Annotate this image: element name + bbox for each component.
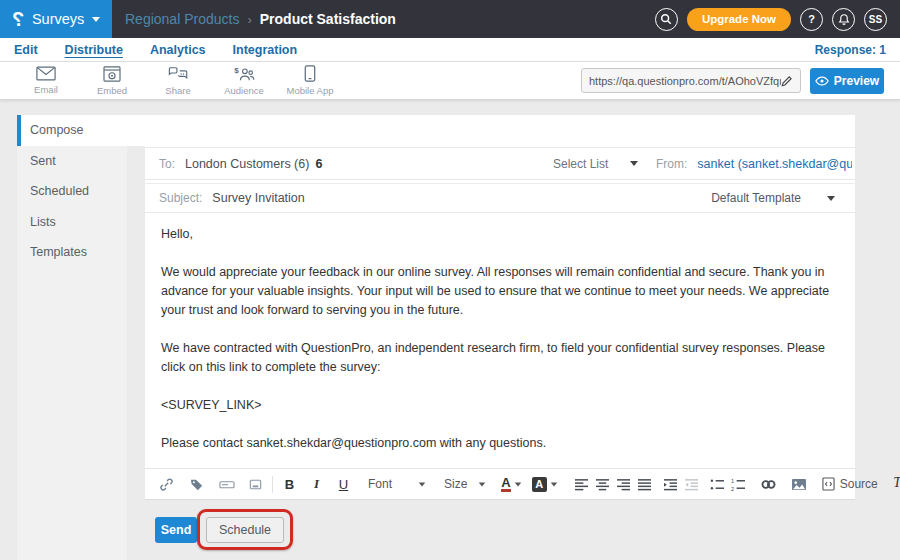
svg-text:2: 2 <box>731 485 734 490</box>
user-avatar[interactable]: SS <box>864 8 887 31</box>
channel-share[interactable]: Share <box>145 64 211 98</box>
source-button[interactable]: Source <box>819 477 881 491</box>
insert-image-icon[interactable] <box>788 472 810 496</box>
align-justify-icon[interactable] <box>634 472 655 496</box>
eye-icon <box>815 76 829 86</box>
recipient-count: 6 <box>315 157 322 171</box>
survey-url: https://qa.questionpro.com/t/AOhoVZfqml <box>589 75 781 87</box>
hyperlink-icon[interactable] <box>757 472 780 496</box>
background-color-button[interactable]: A <box>529 472 561 496</box>
breadcrumb-parent[interactable]: Regional Products <box>125 11 239 27</box>
sidebar-item-label: Scheduled <box>30 184 89 198</box>
survey-url-field[interactable]: https://qa.questionpro.com/t/AOhoVZfqml <box>581 68 801 93</box>
sidebar-item-label: Sent <box>30 154 56 168</box>
indent-decrease-icon <box>681 472 702 496</box>
subject-label: Subject: <box>159 191 202 205</box>
channel-embed[interactable]: Embed <box>79 64 145 98</box>
bell-icon <box>838 13 850 26</box>
channel-label: Email <box>34 84 58 95</box>
channel-mobile-app[interactable]: Mobile App <box>277 64 343 98</box>
align-left-icon[interactable] <box>571 472 592 496</box>
email-body-editor[interactable]: Hello, We would appreciate your feedback… <box>145 213 855 491</box>
template-dropdown[interactable]: Default Template <box>711 191 841 205</box>
indent-increase-icon[interactable] <box>660 472 681 496</box>
sidebar-item-templates[interactable]: Templates <box>17 237 127 268</box>
text-color-glyph: A <box>501 476 510 492</box>
edit-url-button[interactable] <box>781 75 793 87</box>
sidebar-item-compose[interactable]: Compose <box>17 115 127 146</box>
font-size-dropdown[interactable]: Size <box>440 477 490 491</box>
svg-text:1: 1 <box>731 478 734 484</box>
tag-icon[interactable] <box>186 472 207 496</box>
clear-format-glyph: T <box>893 475 900 490</box>
preview-button[interactable]: Preview <box>810 68 884 94</box>
from-label: From: <box>656 157 687 171</box>
text-field-icon[interactable] <box>216 472 238 496</box>
sidebar-item-label: Compose <box>30 123 84 137</box>
breadcrumb-current: Product Satisfaction <box>260 11 396 27</box>
body-paragraph: Please contact sanket.shekdar@questionpr… <box>161 434 841 453</box>
source-label: Source <box>840 477 878 491</box>
question-icon: ? <box>808 13 815 25</box>
sidebar-item-scheduled[interactable]: Scheduled <box>17 176 127 207</box>
preview-label: Preview <box>834 74 879 88</box>
select-list-label: Select List <box>553 157 608 171</box>
bold-button[interactable]: B <box>279 472 300 496</box>
sidebar-item-label: Lists <box>30 215 56 229</box>
text-color-button[interactable]: A <box>498 472 524 496</box>
chevron-down-icon <box>827 196 835 201</box>
subject-input[interactable]: Survey Invitation <box>212 191 304 205</box>
sidebar-item-sent[interactable]: Sent <box>17 146 127 177</box>
questionpro-logo-icon: ? <box>12 9 24 29</box>
mobile-phone-icon <box>304 65 316 82</box>
align-center-icon[interactable] <box>592 472 613 496</box>
upgrade-now-button[interactable]: Upgrade Now <box>687 8 791 31</box>
chevron-down-icon <box>515 482 521 486</box>
numbered-list-icon[interactable]: 12 <box>728 472 749 496</box>
channel-label: Share <box>165 85 190 96</box>
underline-button[interactable]: U <box>333 472 354 496</box>
button-field-icon[interactable] <box>245 472 266 496</box>
to-recipient-list[interactable]: London Customers (6) <box>185 157 309 171</box>
remove-format-button[interactable]: Tx <box>889 472 900 496</box>
chevron-down-icon <box>479 482 485 486</box>
tab-distribute[interactable]: Distribute <box>65 43 123 57</box>
body-paragraph: Hello, <box>161 225 841 244</box>
subject-row: Subject: Survey Invitation Default Templ… <box>145 183 855 213</box>
surveys-menu[interactable]: ? Surveys <box>0 0 112 38</box>
to-label: To: <box>159 157 175 171</box>
channel-email[interactable]: Email <box>13 64 79 98</box>
channel-audience[interactable]: $ Audience <box>211 64 277 98</box>
sidebar-item-lists[interactable]: Lists <box>17 207 127 238</box>
share-icon <box>168 66 188 82</box>
schedule-button[interactable]: Schedule <box>206 517 284 543</box>
tab-integration[interactable]: Integration <box>233 43 298 57</box>
select-list-dropdown[interactable]: Select List <box>553 157 638 171</box>
survey-nav: Edit Distribute Analytics Integration Re… <box>0 38 900 62</box>
tab-edit[interactable]: Edit <box>14 43 38 57</box>
distribute-toolbar: Email Embed Share $ Audience Mobile App … <box>0 62 900 100</box>
source-doc-icon <box>822 477 835 491</box>
insert-link-icon[interactable] <box>156 472 177 496</box>
font-family-dropdown[interactable]: Font <box>364 477 430 491</box>
compose-panel: To: London Customers (6) 6 Select List F… <box>145 115 855 500</box>
bg-color-glyph: A <box>532 477 547 492</box>
tab-analytics[interactable]: Analytics <box>150 43 206 57</box>
search-button[interactable] <box>655 8 678 31</box>
avatar-initials: SS <box>869 14 882 25</box>
from-sender-dropdown[interactable]: sanket (sanket.shekdar@ques... <box>697 157 852 171</box>
distribute-sidebar: Compose Sent Scheduled Lists Templates <box>17 115 127 560</box>
top-header: ? Surveys Regional Products › Product Sa… <box>0 0 900 38</box>
toolbar-divider <box>272 476 273 493</box>
bullet-list-icon[interactable] <box>707 472 728 496</box>
response-count: Response: 1 <box>815 43 886 57</box>
breadcrumb: Regional Products › Product Satisfaction <box>125 11 396 27</box>
align-right-icon[interactable] <box>613 472 634 496</box>
notifications-button[interactable] <box>832 8 855 31</box>
chevron-down-icon <box>419 482 425 486</box>
template-label: Default Template <box>711 191 801 205</box>
italic-button[interactable]: I <box>306 472 327 496</box>
font-label: Font <box>368 477 392 491</box>
help-button[interactable]: ? <box>800 8 823 31</box>
send-button[interactable]: Send <box>155 517 197 543</box>
